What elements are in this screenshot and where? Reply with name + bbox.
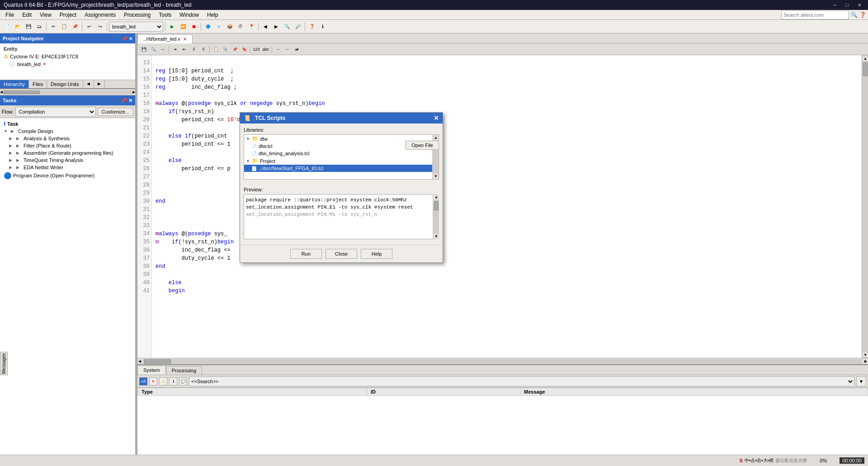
tree-project-folder[interactable]: ▼ 📁 Project [244,157,439,165]
tcl-dialog: 📜 TCL Scripts ✕ Libraries: ▼ 📁 dtw 📄 dtw [240,112,443,263]
tcl-title-group: 📜 TCL Scripts [244,115,285,121]
project-folder-label: Project [260,158,275,164]
tcl-preview-label: Preview: [244,187,439,192]
tcl-titlebar: 📜 TCL Scripts ✕ [240,113,443,124]
tcl-dialog-icon: 📜 [244,115,250,121]
dtw-folder-label: dtw [260,136,268,142]
tcl-run-btn[interactable]: Run [290,249,322,259]
dtw-expand-arrow: ▼ [246,137,250,141]
tcl-body: Libraries: ▼ 📁 dtw 📄 dtw.tcl 📄 [240,124,443,243]
tree-scroll-up[interactable]: ▲ [433,135,439,141]
tree-scroll-down[interactable]: ▼ [433,173,439,179]
project-folder-icon: 📁 [252,158,258,164]
preview-scroll-track [433,200,439,233]
newstart-file-label: ../doc/NewStart_FPGA_IO.tcl [259,166,323,171]
tcl-preview-section: package require ::quartus::project #syst… [244,194,439,239]
tree-newstart-file[interactable]: 📄 ../doc/NewStart_FPGA_IO.tcl [244,165,439,172]
preview-scroll-up[interactable]: ▲ [433,194,439,200]
tcl-tree-section: ▼ 📁 dtw 📄 dtw.tcl 📄 dtw_timing_analysis.… [244,134,439,183]
tcl-libraries-label: Libraries: [244,127,439,133]
dtw-timing-icon: 📄 [251,151,257,156]
dtw-tcl-icon: 📄 [251,144,257,149]
tcl-preview-content: package require ::quartus::project #syst… [244,194,439,239]
dtw-folder-icon: 📁 [252,136,258,142]
tcl-footer: Run Close Help [240,245,443,262]
dtw-tcl-label: dtw.tcl [259,143,273,149]
dtw-timing-label: dtw_timing_analysis.tcl [259,151,310,156]
tcl-help-btn[interactable]: Help [361,249,392,259]
tcl-open-file-btn[interactable]: Open File [406,141,439,150]
tcl-title-text: TCL Scripts [255,115,285,121]
tcl-close-btn[interactable]: ✕ [434,114,439,122]
newstart-file-icon: 📄 [251,166,257,171]
project-expand-arrow: ▼ [246,159,250,163]
preview-scroll-thumb[interactable] [434,201,439,210]
preview-scroll-down[interactable]: ▼ [433,233,439,239]
tree-dtw-timing[interactable]: 📄 dtw_timing_analysis.tcl [244,150,439,157]
preview-vscroll: ▲ ▼ [433,194,439,239]
tcl-overlay: 📜 TCL Scripts ✕ Libraries: ▼ 📁 dtw 📄 dtw [0,0,868,466]
tcl-close-dialog-btn[interactable]: Close [326,249,357,259]
